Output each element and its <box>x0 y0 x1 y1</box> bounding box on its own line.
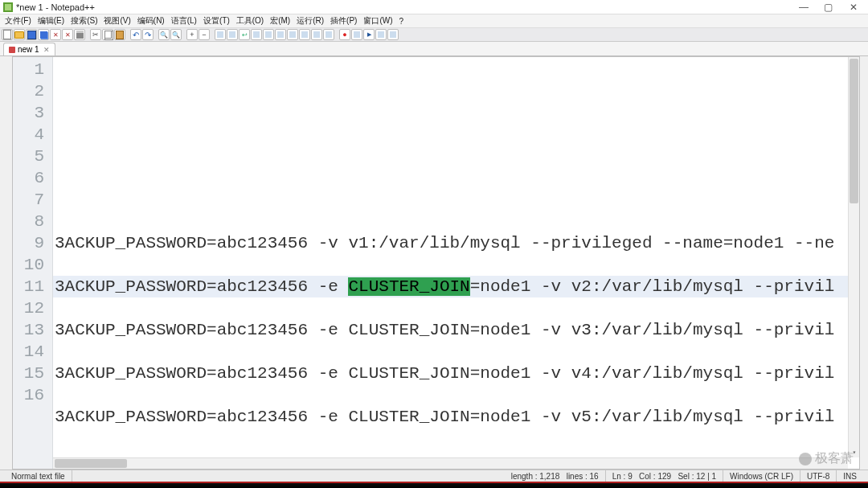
maximize-button[interactable]: ▢ <box>817 2 840 13</box>
window-title: *new 1 - Notepad++ <box>16 2 95 12</box>
sync-hscroll-icon[interactable] <box>227 29 238 40</box>
toolbar <box>0 27 868 42</box>
vertical-scrollbar[interactable]: ▾ <box>848 57 859 457</box>
doc-map-icon[interactable] <box>287 29 298 40</box>
status-bar: Normal text file length : 1,218 lines : … <box>0 470 868 482</box>
print-icon[interactable] <box>74 29 85 40</box>
menu-plugins[interactable]: 插件(P) <box>327 15 360 27</box>
code-line[interactable] <box>53 384 859 406</box>
horizontal-scrollbar[interactable]: ▸ <box>53 457 848 469</box>
menu-view[interactable]: 视图(V) <box>100 15 133 27</box>
close-button[interactable]: ✕ <box>842 2 865 13</box>
vertical-scroll-thumb[interactable] <box>850 59 858 203</box>
menu-encoding[interactable]: 编码(N) <box>134 15 168 27</box>
zoom-in-icon[interactable] <box>186 29 198 40</box>
code-line[interactable] <box>53 146 859 167</box>
indent-guide-icon[interactable] <box>263 29 274 40</box>
tab-label: new 1 <box>18 45 39 54</box>
sync-vscroll-icon[interactable] <box>215 29 226 40</box>
macro-multi-play-icon[interactable] <box>375 29 387 40</box>
folder-as-workspace-icon[interactable] <box>311 29 322 40</box>
code-line[interactable] <box>53 254 859 276</box>
macro-record-icon[interactable] <box>339 29 350 40</box>
menu-bar[interactable]: 文件(F) 编辑(E) 搜索(S) 视图(V) 编码(N) 语言(L) 设置(T… <box>0 14 868 27</box>
menu-file[interactable]: 文件(F) <box>2 15 35 27</box>
menu-tools[interactable]: 工具(O) <box>233 15 267 27</box>
code-line[interactable] <box>53 341 859 363</box>
editor[interactable]: 12345678910111213141516 3ACKUP_PASSWORD=… <box>12 56 860 470</box>
code-line[interactable]: 3ACKUP_PASSWORD=abc123456 -e CLUSTER_JOI… <box>53 363 859 384</box>
code-line[interactable] <box>53 102 859 124</box>
code-line[interactable] <box>53 428 859 449</box>
udl-icon[interactable] <box>275 29 286 40</box>
menu-window[interactable]: 窗口(W) <box>360 15 395 27</box>
close-all-icon[interactable] <box>62 29 73 40</box>
window-controls: — ▢ ✕ <box>792 2 865 13</box>
save-all-icon[interactable] <box>38 29 49 40</box>
unsaved-indicator-icon <box>9 47 15 53</box>
macro-play-icon[interactable] <box>363 29 375 40</box>
replace-icon[interactable] <box>170 29 182 40</box>
monitoring-icon[interactable] <box>323 29 334 40</box>
scroll-down-icon[interactable]: ▾ <box>849 446 859 457</box>
code-line[interactable]: 3ACKUP_PASSWORD=abc123456 -v v1:/var/lib… <box>53 232 859 254</box>
new-file-icon[interactable] <box>2 29 13 40</box>
code-line[interactable]: 3ACKUP_PASSWORD=abc123456 -e CLUSTER_JOI… <box>53 276 859 297</box>
highlighted-selection: CLUSTER_JOIN <box>348 277 469 296</box>
status-filetype: Normal text file <box>5 470 72 482</box>
code-line[interactable] <box>53 124 859 146</box>
status-eol: Windows (CR LF) <box>723 470 800 482</box>
menu-search[interactable]: 搜索(S) <box>68 15 100 27</box>
find-icon[interactable] <box>158 29 170 40</box>
open-file-icon[interactable] <box>14 29 25 40</box>
paste-icon[interactable] <box>114 29 125 40</box>
video-progress-strip <box>0 482 868 488</box>
menu-settings[interactable]: 设置(T) <box>200 15 233 27</box>
code-line[interactable]: 3ACKUP_PASSWORD=abc123456 -e CLUSTER_JOI… <box>53 319 859 341</box>
status-encoding: UTF-8 <box>800 470 837 482</box>
macro-save-icon[interactable] <box>387 29 399 40</box>
horizontal-scroll-thumb[interactable] <box>55 459 127 468</box>
undo-icon[interactable] <box>130 29 141 40</box>
close-file-icon[interactable] <box>50 29 61 40</box>
show-all-chars-icon[interactable] <box>251 29 262 40</box>
word-wrap-icon[interactable] <box>239 29 250 40</box>
save-icon[interactable] <box>26 29 37 40</box>
code-line[interactable] <box>53 211 859 232</box>
app-icon <box>3 2 13 12</box>
line-number-gutter: 12345678910111213141516 <box>13 57 53 469</box>
tab-new1[interactable]: new 1 ✕ <box>3 43 55 55</box>
status-position: Ln : 9 Col : 129 Sel : 12 | 1 <box>606 470 723 482</box>
func-list-icon[interactable] <box>299 29 310 40</box>
status-length: length : 1,218 lines : 16 <box>505 470 606 482</box>
menu-macro[interactable]: 宏(M) <box>267 15 293 27</box>
code-line[interactable] <box>53 167 859 189</box>
zoom-out-icon[interactable] <box>199 29 210 40</box>
code-line[interactable] <box>53 297 859 319</box>
title-bar: *new 1 - Notepad++ — ▢ ✕ <box>0 0 868 14</box>
code-area[interactable]: 3ACKUP_PASSWORD=abc123456 -v v1:/var/lib… <box>53 57 859 469</box>
code-line[interactable]: 3ACKUP_PASSWORD=abc123456 -e CLUSTER_JOI… <box>53 406 859 428</box>
redo-icon[interactable] <box>142 29 154 40</box>
menu-edit[interactable]: 编辑(E) <box>35 15 68 27</box>
menu-language[interactable]: 语言(L) <box>168 15 200 27</box>
tab-bar: new 1 ✕ <box>0 42 868 56</box>
copy-icon[interactable] <box>102 29 113 40</box>
minimize-button[interactable]: — <box>792 2 815 13</box>
code-line[interactable] <box>53 189 859 211</box>
menu-help[interactable]: ? <box>396 17 407 26</box>
menu-run[interactable]: 运行(R) <box>293 15 327 27</box>
status-mode: INS <box>837 470 863 482</box>
macro-stop-icon[interactable] <box>351 29 362 40</box>
tab-close-icon[interactable]: ✕ <box>43 46 50 54</box>
cut-icon[interactable] <box>90 29 101 40</box>
